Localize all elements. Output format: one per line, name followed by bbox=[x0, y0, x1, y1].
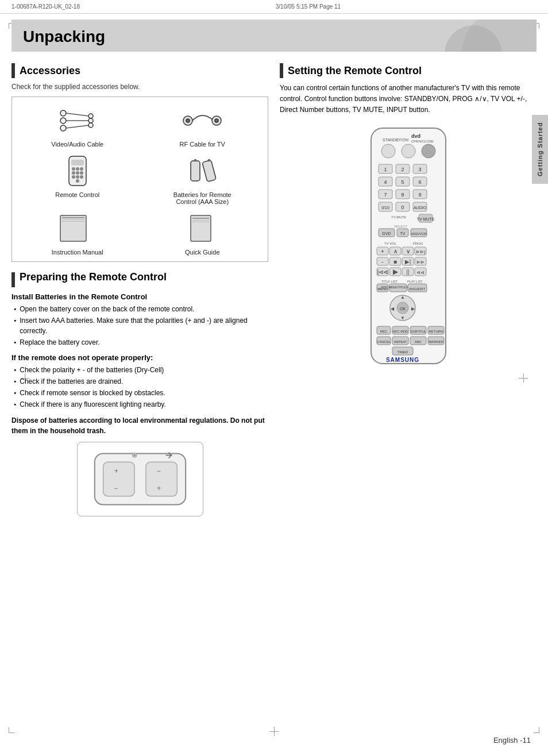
svg-text:TV MUTE: TV MUTE bbox=[416, 217, 434, 221]
svg-text:−: − bbox=[114, 484, 118, 492]
svg-text:◀: ◀ bbox=[391, 306, 395, 311]
if-not-work-heading: If the remote does not operate properly: bbox=[11, 353, 268, 362]
not-work-bullet-3: Check if remote sensor is blocked by obs… bbox=[11, 388, 268, 398]
accessories-heading: Accessories bbox=[20, 65, 80, 77]
cross-right bbox=[519, 373, 528, 383]
svg-text:0: 0 bbox=[401, 205, 404, 210]
accessories-heading-container: Accessories bbox=[11, 63, 268, 78]
svg-text:OPEN/CLOSE: OPEN/CLOSE bbox=[411, 140, 434, 143]
svg-rect-32 bbox=[62, 221, 84, 222]
svg-text:+: + bbox=[157, 484, 161, 492]
side-tab: Getting Started bbox=[532, 115, 548, 184]
svg-text:REPEAT: REPEAT bbox=[394, 340, 407, 344]
svg-text:⊲⊲: ⊲⊲ bbox=[416, 270, 424, 275]
svg-point-8 bbox=[88, 123, 93, 128]
cross-bottom bbox=[269, 727, 279, 736]
svg-rect-34 bbox=[192, 218, 209, 219]
remote-control-heading: Setting the Remote Control bbox=[288, 65, 422, 77]
svg-rect-39 bbox=[145, 462, 176, 496]
svg-point-18 bbox=[72, 171, 75, 175]
svg-rect-26 bbox=[194, 159, 196, 161]
svg-text:8: 8 bbox=[401, 192, 404, 198]
manual-label: Instruction Manual bbox=[52, 249, 103, 256]
footer-text: English -11 bbox=[493, 736, 531, 745]
svg-point-2 bbox=[60, 125, 66, 131]
svg-text:SELECT: SELECT bbox=[394, 225, 408, 228]
rf-cable-icon bbox=[176, 103, 228, 137]
svg-rect-35 bbox=[192, 220, 209, 221]
svg-text:AUDIO: AUDIO bbox=[413, 206, 426, 210]
svg-point-6 bbox=[88, 114, 93, 118]
svg-text:MARKER: MARKER bbox=[429, 340, 443, 344]
svg-point-1 bbox=[60, 118, 66, 124]
svg-text:PLAY LIST: PLAY LIST bbox=[407, 280, 423, 283]
svg-line-3 bbox=[66, 113, 89, 116]
batteries-icon bbox=[176, 153, 228, 188]
manual-icon bbox=[52, 211, 103, 245]
preparing-heading-container: Preparing the Remote Control bbox=[11, 271, 268, 288]
preparing-bar bbox=[11, 272, 15, 287]
accessories-grid: Video/Audio Cable bbox=[11, 97, 268, 262]
header-left: 1-00687A-R120-UK_02-18 bbox=[11, 3, 80, 10]
svg-text:7: 7 bbox=[384, 192, 387, 198]
accessory-manual: Instruction Manual bbox=[18, 211, 137, 256]
svg-text:dvd: dvd bbox=[411, 133, 420, 139]
page: 1-00687A-R120-UK_02-18 3/10/05 5:15 PM P… bbox=[0, 0, 548, 756]
svg-text:TIMER: TIMER bbox=[397, 350, 408, 354]
svg-rect-36 bbox=[192, 222, 209, 222]
svg-text:SAMSUNG: SAMSUNG bbox=[385, 357, 419, 363]
svg-point-53 bbox=[422, 144, 435, 158]
guide-icon bbox=[176, 211, 228, 245]
remote-control-image-container: STANDBY/ON dvd OPEN/CLOSE 1 2 3 bbox=[280, 125, 537, 367]
svg-text:∨: ∨ bbox=[406, 248, 410, 254]
right-column: Setting the Remote Control You can contr… bbox=[280, 63, 537, 516]
svg-rect-30 bbox=[62, 217, 84, 218]
main-content: Accessories Check for the supplied acces… bbox=[0, 52, 548, 528]
svg-point-22 bbox=[76, 175, 79, 179]
svg-point-20 bbox=[80, 171, 83, 175]
accessory-batteries: Batteries for RemoteControl (AAA Size) bbox=[143, 153, 263, 205]
remote-control-text: You can control certain functions of ano… bbox=[280, 83, 537, 116]
corner-mark-br bbox=[534, 727, 539, 733]
svg-point-23 bbox=[80, 175, 83, 179]
svg-text:REC MOD: REC MOD bbox=[393, 330, 408, 333]
accessory-video-cable: Video/Audio Cable bbox=[18, 103, 137, 148]
svg-text:ANG/EDIT: ANG/EDIT bbox=[408, 287, 425, 291]
guide-label: Quick Guide bbox=[185, 249, 220, 256]
footer: English -11 bbox=[493, 736, 531, 745]
svg-rect-31 bbox=[62, 219, 84, 220]
svg-point-16 bbox=[76, 167, 79, 171]
svg-text:9: 9 bbox=[418, 192, 421, 198]
install-heading: Install Batteries in the Remote Control bbox=[11, 292, 268, 301]
svg-text:▶|: ▶| bbox=[404, 259, 411, 265]
svg-line-5 bbox=[66, 125, 89, 128]
svg-text:DVD: DVD bbox=[382, 232, 391, 236]
install-bullets: Open the battery cover on the back of th… bbox=[11, 304, 268, 348]
svg-text:∧: ∧ bbox=[393, 248, 397, 254]
remote-icon bbox=[52, 153, 103, 188]
svg-text:-: - bbox=[381, 259, 383, 265]
install-bullet-2: Insert two AAA batteries. Make sure that… bbox=[11, 315, 268, 336]
remote-label: Remote Control bbox=[55, 191, 99, 198]
svg-point-21 bbox=[72, 175, 75, 179]
svg-text:1: 1 bbox=[384, 167, 387, 172]
svg-text:−: − bbox=[157, 467, 161, 475]
svg-point-10 bbox=[186, 119, 190, 122]
svg-point-24 bbox=[76, 179, 79, 183]
svg-text:OK: OK bbox=[399, 307, 405, 311]
svg-text:|⊲⊲: |⊲⊲ bbox=[377, 269, 388, 275]
svg-text:⊳⊳|: ⊳⊳| bbox=[415, 249, 424, 254]
svg-text:▼: ▼ bbox=[400, 315, 405, 321]
accessory-rf-cable: RF Cable for TV bbox=[143, 103, 263, 148]
svg-text:+: + bbox=[381, 248, 384, 254]
svg-text:⊳⊳: ⊳⊳ bbox=[416, 260, 424, 265]
svg-text:TV: TV bbox=[400, 232, 405, 236]
svg-text:▲: ▲ bbox=[400, 295, 405, 300]
svg-text:3: 3 bbox=[418, 167, 421, 172]
accessory-remote: Remote Control bbox=[18, 153, 137, 205]
svg-point-7 bbox=[88, 118, 93, 123]
svg-rect-25 bbox=[191, 161, 200, 181]
accessory-guide: Quick Guide bbox=[143, 211, 263, 256]
header: 1-00687A-R120-UK_02-18 3/10/05 5:15 PM P… bbox=[0, 0, 548, 14]
svg-point-51 bbox=[381, 144, 395, 158]
